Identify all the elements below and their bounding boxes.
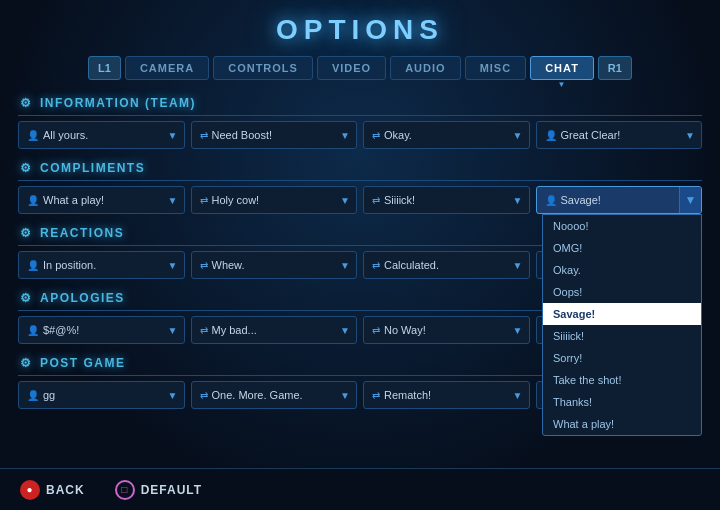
page-title: OPTIONS [0,0,720,56]
comp-drop-4: 👤 Savage! ▼ Noooo! OMG! Okay. Oops! Sava… [536,186,703,214]
comp-drop-2: ⇄ Holy cow! ▼ [191,186,358,214]
apol-drop-3: ⇄ No Way! ▼ [363,316,530,344]
person-icon-c1: 👤 [27,195,39,206]
dropdown-item-omg[interactable]: OMG! [543,237,701,259]
arrows-icon-3: ⇄ [372,130,380,141]
info-drop-2: ⇄ Need Boost! ▼ [191,121,358,149]
post-drop-2: ⇄ One. More. Game. ▼ [191,381,358,409]
react-drop-2: ⇄ Whew. ▼ [191,251,358,279]
post-select-2[interactable]: ⇄ One. More. Game. ▼ [191,381,358,409]
section-information: ⚙ INFORMATION (TEAM) 👤 All yours. ▼ ⇄ Ne… [18,92,702,149]
back-label: BACK [46,483,85,497]
arrow-3: ▼ [513,130,523,141]
arrow-c4: ▼ [679,187,701,213]
comp-select-1[interactable]: 👤 What a play! ▼ [18,186,185,214]
dropdown-item-noooo[interactable]: Noooo! [543,215,701,237]
arrow-p3: ▼ [513,390,523,401]
person-icon-r1: 👤 [27,260,39,271]
dropdown-item-oops[interactable]: Oops! [543,281,701,303]
tab-r1[interactable]: R1 [598,56,632,80]
info-select-2[interactable]: ⇄ Need Boost! ▼ [191,121,358,149]
section-compliments: ⚙ COMPLIMENTS 👤 What a play! ▼ ⇄ Holy co… [18,157,702,214]
info-drop-1: 👤 All yours. ▼ [18,121,185,149]
apologies-icon: ⚙ [18,290,34,306]
arrow-a2: ▼ [340,325,350,336]
tab-bar: L1 CAMERA CONTROLS VIDEO AUDIO MISC CHAT… [0,56,720,88]
dropdown-item-sorry[interactable]: Sorry! [543,347,701,369]
apol-drop-2: ⇄ My bad... ▼ [191,316,358,344]
apol-select-3[interactable]: ⇄ No Way! ▼ [363,316,530,344]
comp-dropdown-list: Noooo! OMG! Okay. Oops! Savage! Siiiick!… [542,214,702,436]
arrow-c1: ▼ [168,195,178,206]
compliments-icon: ⚙ [18,160,34,176]
info-drop-3: ⇄ Okay. ▼ [363,121,530,149]
postgame-icon: ⚙ [18,355,34,371]
back-icon: ● [20,480,40,500]
person-icon-a1: 👤 [27,325,39,336]
comp-drop-1: 👤 What a play! ▼ [18,186,185,214]
arrows-icon-c3: ⇄ [372,195,380,206]
information-dropdowns: 👤 All yours. ▼ ⇄ Need Boost! ▼ ⇄ Ok [18,121,702,149]
post-drop-3: ⇄ Rematch! ▼ [363,381,530,409]
arrows-icon-c2: ⇄ [200,195,208,206]
arrow-r3: ▼ [513,260,523,271]
person-icon-1: 👤 [27,130,39,141]
tab-l1[interactable]: L1 [88,56,121,80]
tab-audio[interactable]: AUDIO [390,56,460,80]
arrow-1: ▼ [168,130,178,141]
default-label: DEFAULT [141,483,202,497]
default-button[interactable]: □ DEFAULT [115,480,202,500]
react-select-3[interactable]: ⇄ Calculated. ▼ [363,251,530,279]
arrows-icon-a3: ⇄ [372,325,380,336]
post-select-1[interactable]: 👤 gg ▼ [18,381,185,409]
arrows-icon-r2: ⇄ [200,260,208,271]
comp-select-4[interactable]: 👤 Savage! ▼ [536,186,703,214]
arrow-2: ▼ [340,130,350,141]
post-select-3[interactable]: ⇄ Rematch! ▼ [363,381,530,409]
tab-controls[interactable]: CONTROLS [213,56,313,80]
react-drop-3: ⇄ Calculated. ▼ [363,251,530,279]
arrow-r1: ▼ [168,260,178,271]
info-select-3[interactable]: ⇄ Okay. ▼ [363,121,530,149]
react-select-2[interactable]: ⇄ Whew. ▼ [191,251,358,279]
dropdown-item-thanks[interactable]: Thanks! [543,391,701,413]
arrows-icon-p2: ⇄ [200,390,208,401]
person-icon-c4: 👤 [545,195,557,206]
info-drop-4: 👤 Great Clear! ▼ [536,121,703,149]
arrow-p2: ▼ [340,390,350,401]
arrows-icon-r3: ⇄ [372,260,380,271]
arrow-r2: ▼ [340,260,350,271]
dropdown-item-okay[interactable]: Okay. [543,259,701,281]
tab-camera[interactable]: CAMERA [125,56,209,80]
options-content: ⚙ INFORMATION (TEAM) 👤 All yours. ▼ ⇄ Ne… [0,88,720,409]
arrows-icon-p3: ⇄ [372,390,380,401]
arrows-icon-2: ⇄ [200,130,208,141]
apol-select-1[interactable]: 👤 $#@%! ▼ [18,316,185,344]
arrow-c3: ▼ [513,195,523,206]
arrow-a3: ▼ [513,325,523,336]
info-select-1[interactable]: 👤 All yours. ▼ [18,121,185,149]
react-select-1[interactable]: 👤 In position. ▼ [18,251,185,279]
dropdown-item-takeshot[interactable]: Take the shot! [543,369,701,391]
dropdown-item-whatplay[interactable]: What a play! [543,413,701,435]
tab-video[interactable]: VIDEO [317,56,386,80]
person-icon-4: 👤 [545,130,557,141]
dropdown-item-siiiick[interactable]: Siiiick! [543,325,701,347]
back-button[interactable]: ● BACK [20,480,85,500]
info-select-4[interactable]: 👤 Great Clear! ▼ [536,121,703,149]
comp-drop-3: ⇄ Siiiick! ▼ [363,186,530,214]
compliments-dropdowns: 👤 What a play! ▼ ⇄ Holy cow! ▼ ⇄ Si [18,186,702,214]
bottom-bar: ● BACK □ DEFAULT [0,468,720,510]
arrow-a1: ▼ [168,325,178,336]
dropdown-item-savage[interactable]: Savage! [543,303,701,325]
apol-select-2[interactable]: ⇄ My bad... ▼ [191,316,358,344]
tab-misc[interactable]: MISC [465,56,527,80]
comp-select-3[interactable]: ⇄ Siiiick! ▼ [363,186,530,214]
person-icon-p1: 👤 [27,390,39,401]
arrow-4: ▼ [685,130,695,141]
comp-select-2[interactable]: ⇄ Holy cow! ▼ [191,186,358,214]
information-icon: ⚙ [18,95,34,111]
post-drop-1: 👤 gg ▼ [18,381,185,409]
react-drop-1: 👤 In position. ▼ [18,251,185,279]
tab-chat[interactable]: CHAT [530,56,594,80]
